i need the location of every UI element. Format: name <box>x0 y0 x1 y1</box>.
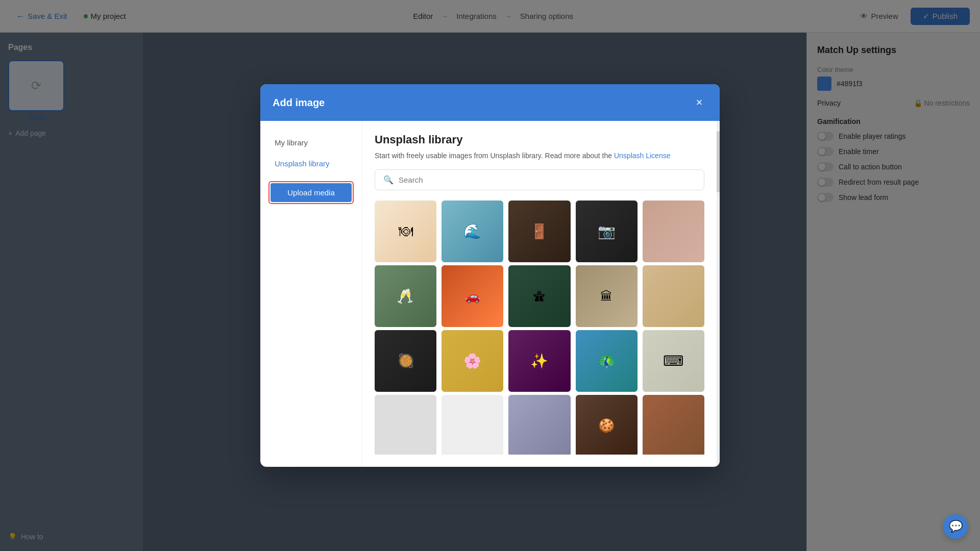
scrollbar-thumb <box>717 131 720 192</box>
unsplash-description: Start with freely usable images from Uns… <box>375 151 704 161</box>
image-cell[interactable] <box>576 265 638 327</box>
unsplash-title: Unsplash library <box>375 133 704 146</box>
image-cell[interactable] <box>576 330 638 392</box>
add-image-modal: Add image × My library Unsplash library … <box>260 84 720 467</box>
modal-sidebar: My library Unsplash library Upload media <box>260 121 362 467</box>
modal-scrollbar[interactable] <box>717 121 720 467</box>
unsplash-license-link[interactable]: Unsplash License <box>614 152 671 160</box>
image-cell[interactable] <box>643 395 704 455</box>
modal-main-content: Unsplash library Start with freely usabl… <box>362 121 717 467</box>
image-cell[interactable] <box>643 201 704 262</box>
image-cell[interactable] <box>643 330 704 392</box>
image-cell[interactable] <box>576 395 638 455</box>
upload-button-wrapper: Upload media <box>268 181 354 204</box>
image-cell[interactable] <box>508 395 570 455</box>
image-cell[interactable] <box>375 395 436 455</box>
modal-title: Add image <box>273 97 325 109</box>
image-cell[interactable] <box>442 395 503 455</box>
image-cell[interactable] <box>442 201 503 262</box>
image-cell[interactable] <box>508 330 570 392</box>
image-cell[interactable] <box>375 330 436 392</box>
image-cell[interactable] <box>576 201 638 262</box>
chat-icon: 💬 <box>949 520 963 533</box>
chat-button[interactable]: 💬 <box>943 514 968 539</box>
nav-unsplash-library[interactable]: Unsplash library <box>268 154 354 173</box>
modal-body: My library Unsplash library Upload media… <box>260 121 720 467</box>
nav-my-library[interactable]: My library <box>268 133 354 152</box>
image-cell[interactable] <box>375 201 436 262</box>
search-box: 🔍 <box>375 169 704 190</box>
image-cell[interactable] <box>442 330 503 392</box>
modal-header: Add image × <box>260 84 720 121</box>
upload-media-button[interactable]: Upload media <box>271 183 352 202</box>
modal-close-button[interactable]: × <box>691 94 707 111</box>
image-cell[interactable] <box>508 201 570 262</box>
image-cell[interactable] <box>508 265 570 327</box>
search-input[interactable] <box>399 176 696 184</box>
image-cell[interactable] <box>375 265 436 327</box>
image-cell[interactable] <box>442 265 503 327</box>
image-cell[interactable] <box>643 265 704 327</box>
search-icon: 🔍 <box>383 175 394 185</box>
modal-overlay[interactable]: Add image × My library Unsplash library … <box>0 0 980 551</box>
image-grid <box>375 201 704 455</box>
